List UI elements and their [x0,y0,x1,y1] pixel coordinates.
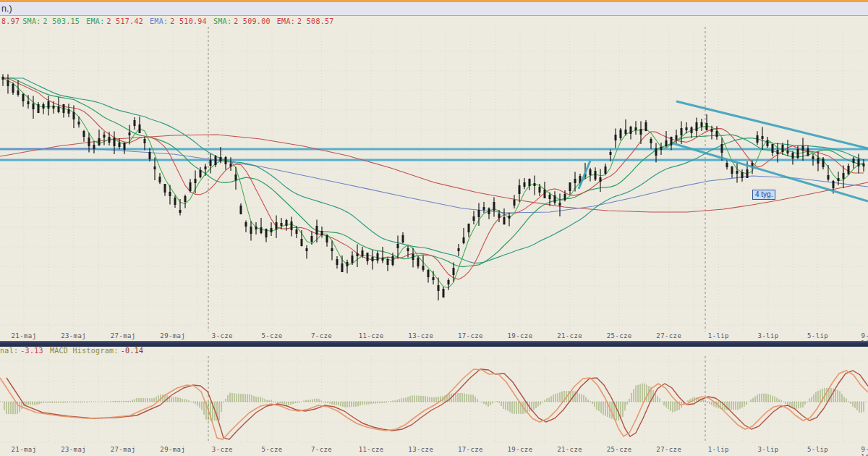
candlestick-body [559,203,561,206]
candlestick-body [524,182,526,187]
x-axis-label: 17-cze [458,446,483,453]
candlestick-body [746,169,749,178]
candlestick-body [554,195,556,203]
panel-separator [0,341,868,347]
candlestick-body [357,253,359,256]
candlestick-body [397,244,399,248]
candlestick-body [605,166,607,174]
candlestick-body [488,208,490,214]
candlestick-body [665,140,668,146]
candlestick-body [331,248,333,251]
candlestick-body [205,166,207,169]
candlestick-body [645,122,647,131]
candlestick-body [119,143,121,147]
candlestick-body [503,217,506,224]
candlestick-body [73,112,75,119]
ma-line-seagreen [3,78,864,263]
candlestick-body [701,122,703,127]
candlestick-body [812,156,814,159]
candlestick-body [7,80,9,86]
candlestick-body [83,131,85,137]
x-axis-label: 5-cze [261,446,282,453]
candlestick-body [346,262,349,266]
x-axis-label: 3-cze [212,332,233,339]
candlestick-body [245,222,247,227]
candlestick-body [68,109,70,114]
candlestick-body [762,136,764,139]
candlestick-body [407,248,409,251]
candlestick-body [316,226,318,235]
candlestick-body [311,236,313,242]
candlestick-body [169,192,171,196]
candlestick-body [48,101,50,109]
candlestick-body [448,280,450,284]
trendline-annotation[interactable]: 4 tyg. [752,190,775,200]
candlestick-body [863,164,865,166]
candlestick-body [301,239,303,246]
candlestick-body [787,151,789,153]
candlestick-body [858,159,860,166]
candlestick-body [564,194,566,200]
x-axis-label: 27-maj [111,446,136,453]
candlestick-body [468,224,470,232]
x-axis-label: 7-cze [311,446,332,453]
candlestick-body [382,258,384,261]
x-axis-label: 3-cze [212,446,233,453]
candlestick-body [210,160,212,166]
candlestick-body [539,187,541,193]
ma-line-blue [0,148,868,213]
candlestick-body [519,185,521,194]
candlestick-body [686,127,688,130]
candlestick-body [103,135,106,138]
x-axis-label: 5-lip [807,332,828,339]
candlestick-body [93,145,95,149]
candlestick-body [534,183,536,186]
candlestick-body [58,106,60,112]
x-axis-label: 11-cze [359,332,384,339]
candlestick-body [124,143,126,150]
candlestick-body [417,258,420,266]
candlestick-body [478,210,480,217]
candlestick-body [721,144,723,153]
candlestick-body [676,135,678,140]
x-axis-label: 25-cze [607,446,632,453]
candlestick-body [215,156,217,165]
candlestick-body [377,253,379,261]
candlestick-body [109,137,111,143]
candlestick-body [276,222,278,229]
candlestick-body [620,130,622,138]
candlestick-body [671,137,673,145]
legend-value: -0.14 [121,347,144,355]
candlestick-body [843,173,845,179]
candlestick-body [848,166,850,174]
legend-value: -3.13 [20,347,43,355]
candlestick-body [184,196,187,202]
candlestick-body [367,253,369,261]
candlestick-body [600,177,602,182]
candlestick-body [291,221,293,230]
candlestick-body [711,129,713,132]
candlestick-body [139,124,141,133]
x-axis-label: 21-cze [557,446,582,453]
candlestick-body [443,289,445,297]
candlestick-body [174,198,176,205]
candlestick-body [681,128,683,135]
candlestick-body [98,138,101,145]
candlestick-body [772,144,774,153]
chart-canvas[interactable] [0,0,868,456]
x-axis-label: 29-maj [160,332,185,339]
x-axis-label: 21-maj [12,446,37,453]
candlestick-body [838,178,840,181]
candlestick-body [296,229,298,234]
candlestick-body [590,169,592,175]
candlestick-body [27,101,30,104]
candlestick-body [817,158,820,164]
candlestick-body [255,227,258,229]
macd-x-axis: 21-maj23-maj27-maj29-maj3-cze5-cze7-cze1… [0,446,868,455]
legend-label: nal: [0,347,18,355]
candlestick-body [514,200,516,206]
x-axis-label: 11-cze [359,446,384,453]
candlestick-body [422,266,425,270]
candlestick-body [159,177,161,182]
candlestick-body [802,146,804,151]
